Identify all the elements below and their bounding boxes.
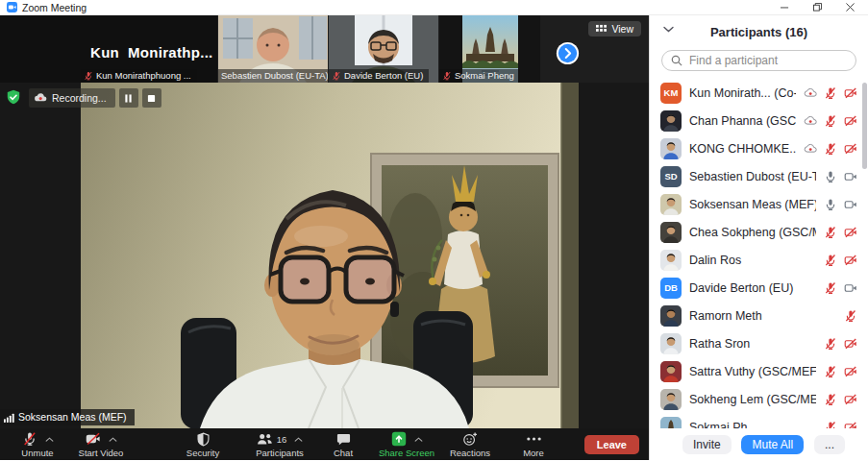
participant-row[interactable]: Chan Phanna (GSC-IT) (Host): [650, 107, 868, 134]
mic-on-icon: [824, 170, 837, 183]
toolbar-security-button[interactable]: Security: [171, 428, 235, 460]
participant-row[interactable]: Sokheng Lem (GSC/MEF): [650, 385, 868, 413]
participants-panel-title: Participants (16): [710, 25, 807, 39]
video-strip: Kun Monirathp... Kun Monirathphuong ...S…: [0, 15, 649, 83]
more-icon: [526, 436, 542, 442]
participant-row[interactable]: Chea Sokpheng (GSC/MEF): [650, 218, 868, 246]
camera-on-icon: [844, 281, 857, 295]
avatar: DB: [660, 278, 682, 299]
panel-scrollbar[interactable]: [862, 83, 867, 169]
participants-list: KMKun Monirath... (Co-host, me) Chan Pha…: [650, 79, 868, 428]
titlebar: Zoom Meeting: [0, 0, 868, 15]
participant-name: Ramorn Meth: [689, 309, 836, 323]
signal-bars-icon: [4, 412, 14, 423]
avatar: [660, 333, 682, 354]
toolbar-share-screen-button[interactable]: Share Screen: [375, 428, 438, 460]
participant-name: Davide Berton (EU): [689, 281, 816, 295]
participant-row[interactable]: Sattra Vuthy (GSC/MEF): [650, 357, 868, 385]
toolbar-start-video-button[interactable]: Start Video: [69, 428, 133, 460]
video-thumbnail[interactable]: Davide Berton (EU): [329, 15, 438, 83]
mute-all-button[interactable]: Mute All: [741, 435, 804, 454]
mic-muted-icon: [824, 142, 837, 156]
video-thumbnail[interactable]: Kun Monirathp... Kun Monirathphuong ...: [81, 15, 217, 83]
mic-muted-icon: [332, 71, 341, 81]
toolbar-reactions-button[interactable]: Reactions: [438, 428, 502, 460]
encryption-shield-icon: [6, 89, 21, 106]
cloud-recording-icon: [804, 142, 817, 156]
cloud-recording-icon: [804, 114, 817, 128]
camera-off-icon: [844, 86, 857, 100]
reactions-icon: [462, 431, 478, 447]
participants-panel-footer: Invite Mute All ...: [650, 428, 868, 460]
avatar: [660, 250, 682, 271]
participant-count-badge: 16: [277, 434, 287, 445]
participant-name: Sokheng Lem (GSC/MEF): [689, 393, 816, 406]
participant-name: Sebastien Dubost (EU-TA): [689, 170, 816, 183]
mic-muted-icon: [824, 226, 837, 239]
mic-muted-icon: [824, 393, 837, 406]
participant-name: Sokmai Ph...: [689, 421, 816, 429]
video-thumbnail[interactable]: Sebastien Dubost (EU-TA): [218, 15, 328, 83]
chevron-up-icon[interactable]: [45, 437, 54, 442]
video-thumbnail[interactable]: Sokmai Pheng: [439, 15, 540, 83]
view-button[interactable]: View: [588, 21, 641, 36]
participants-panel-header: Participants (16): [650, 15, 868, 48]
cloud-recording-icon: [804, 86, 817, 100]
search-icon: [671, 55, 682, 66]
minimize-button[interactable]: [779, 2, 790, 13]
active-speaker-video: Recording... Soksensan Meas (MEF): [0, 83, 649, 428]
chat-icon: [336, 432, 351, 447]
leave-button[interactable]: Leave: [584, 435, 639, 454]
panel-more-button[interactable]: ...: [814, 435, 845, 454]
camera-on-icon: [844, 198, 857, 211]
chevron-up-icon[interactable]: [294, 437, 303, 442]
mic-muted-icon: [84, 71, 93, 81]
toolbar-more-button[interactable]: More: [502, 428, 565, 460]
participant-name: Kun Monirath... (Co-host, me): [689, 86, 796, 100]
shield-icon: [196, 432, 211, 447]
pause-recording-button[interactable]: [119, 88, 138, 108]
close-button[interactable]: [844, 2, 856, 13]
participant-row[interactable]: KONG CHHOMKE... (Co-host): [650, 134, 868, 162]
participant-row[interactable]: Dalin Ros: [650, 246, 868, 274]
avatar: [660, 110, 682, 132]
toolbar-item-label: Start Video: [79, 449, 124, 457]
toolbar-item-label: More: [523, 449, 544, 457]
invite-button[interactable]: Invite: [682, 435, 732, 454]
restore-button[interactable]: [811, 2, 823, 13]
people-icon: [257, 433, 273, 446]
toolbar-unmute-button[interactable]: Unmute: [6, 428, 69, 460]
participant-name: Ratha Sron: [689, 337, 816, 351]
mic-muted-icon: [824, 365, 837, 378]
avatar: [660, 222, 682, 243]
participant-row[interactable]: SDSebastien Dubost (EU-TA): [650, 162, 868, 190]
camera-on-icon: [844, 170, 857, 183]
participant-row[interactable]: Ratha Sron: [650, 329, 868, 357]
participant-row[interactable]: KMKun Monirath... (Co-host, me): [650, 79, 868, 107]
avatar: [660, 417, 682, 429]
participant-row[interactable]: DBDavide Berton (EU): [650, 274, 868, 302]
avatar: [660, 361, 682, 382]
participant-row[interactable]: Ramorn Meth: [650, 302, 868, 329]
chevron-up-icon[interactable]: [109, 437, 117, 442]
chevron-down-icon[interactable]: [663, 26, 674, 34]
camera-off-icon: [844, 114, 857, 128]
toolbar-item-label: Share Screen: [379, 449, 434, 457]
camera-off-icon: [844, 254, 857, 267]
chevron-up-icon[interactable]: [414, 437, 423, 442]
mic-muted-icon: [22, 431, 37, 447]
toolbar-chat-button[interactable]: Chat: [311, 428, 375, 460]
participant-search: [661, 50, 856, 71]
recording-indicator: Recording...: [29, 88, 161, 108]
share-icon: [391, 431, 407, 447]
participant-row[interactable]: Sokmai Ph...: [650, 413, 868, 428]
toolbar-participants-button[interactable]: 16Participants: [248, 428, 311, 460]
stop-recording-button[interactable]: [142, 88, 161, 108]
search-input[interactable]: [687, 53, 847, 68]
next-page-arrow-button[interactable]: [556, 41, 580, 65]
toolbar-item-label: Participants: [256, 449, 304, 457]
mic-muted-icon: [824, 281, 837, 295]
participant-row[interactable]: Soksensan Meas (MEF): [650, 190, 868, 218]
zoom-logo-icon: [7, 2, 17, 12]
toolbar-item-label: Security: [186, 449, 219, 457]
